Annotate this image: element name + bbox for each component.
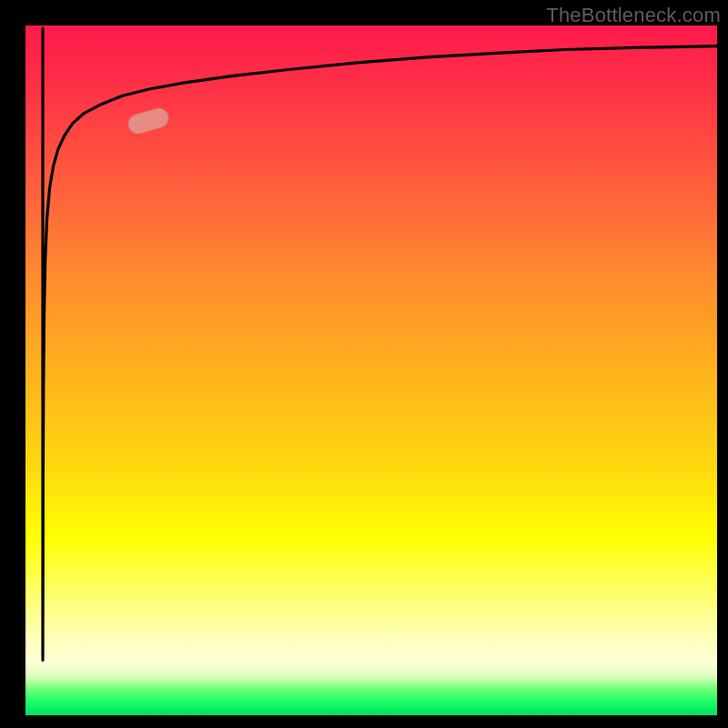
watermark-text: TheBottleneck.com bbox=[546, 4, 721, 27]
plot-area bbox=[25, 25, 717, 715]
chart-frame: TheBottleneck.com bbox=[0, 0, 728, 728]
